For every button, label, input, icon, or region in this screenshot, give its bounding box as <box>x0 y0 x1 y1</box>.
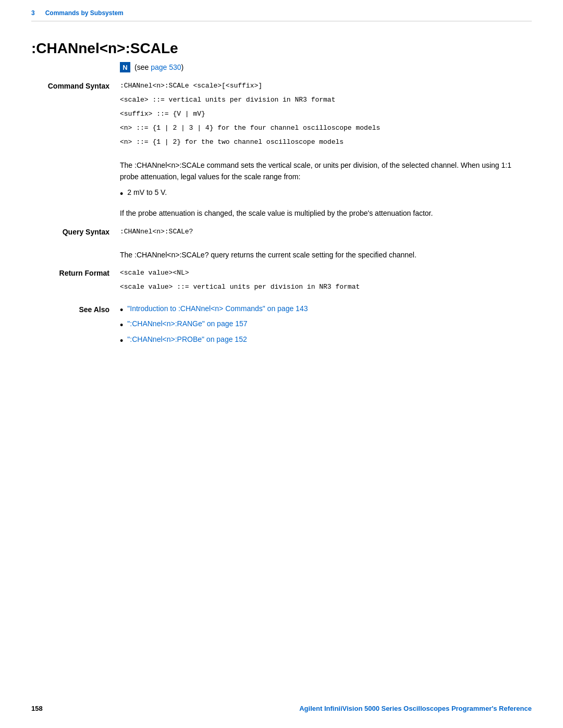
query-prose-row: The :CHANnel<n>:SCALe? query returns the… <box>31 249 532 266</box>
return-format-line2: <scale value> ::= vertical units per div… <box>120 283 532 291</box>
note-page-link[interactable]: page 530 <box>151 63 181 71</box>
see-also-link-2[interactable]: ":CHANnel<n>:RANGe" on page 157 <box>127 319 247 328</box>
query-syntax-row: Query Syntax :CHANnel<n>:SCALe? <box>31 228 532 238</box>
query-prose-label-empty <box>31 249 120 266</box>
bullet-item-scale-range: • 2 mV to 5 V. <box>120 188 532 200</box>
command-prose2-text: If the probe attenuation is changed, the… <box>120 207 532 219</box>
query-prose-body: The :CHANnel<n>:SCALe? query returns the… <box>120 249 532 266</box>
syntax-line3: <suffix> ::= {V | mV} <box>120 110 532 118</box>
page-footer: 158 Agilent InfiniiVision 5000 Series Os… <box>0 705 563 712</box>
see-also-link-3[interactable]: ":CHANnel<n>:PROBe" on page 152 <box>127 335 247 343</box>
bullet-dot: • <box>120 188 123 200</box>
return-format-body: <scale value><NL> <scale value> ::= vert… <box>120 269 532 293</box>
syntax-line2: <scale> ::= vertical units per division … <box>120 96 532 104</box>
command-prose-row: The :CHANnel<n>:SCALe command sets the v… <box>31 159 532 225</box>
return-format-label: Return Format <box>31 269 120 293</box>
chapter-number: 3 <box>31 9 35 17</box>
see-also-body: • "Introduction to :CHANnel<n> Commands"… <box>120 304 532 350</box>
bullet-text: 2 mV to 5 V. <box>127 188 167 196</box>
command-prose-label-empty <box>31 159 120 225</box>
command-prose-text: The :CHANnel<n>:SCALe command sets the v… <box>120 159 532 183</box>
return-format-row: Return Format <scale value><NL> <scale v… <box>31 269 532 293</box>
note-icon: N <box>120 62 130 72</box>
query-syntax-code: :CHANnel<n>:SCALe? <box>120 228 532 236</box>
command-title: :CHANnel<n>:SCALe <box>31 40 563 57</box>
see-also-item-3: • ":CHANnel<n>:PROBe" on page 152 <box>120 335 532 347</box>
see-also-item-1: • "Introduction to :CHANnel<n> Commands"… <box>120 304 532 316</box>
command-syntax-label: Command Syntax <box>31 82 120 148</box>
query-syntax-label: Query Syntax <box>31 228 120 238</box>
command-syntax-body: :CHANnel<n>:SCALe <scale>[<suffix>] <sca… <box>120 82 532 148</box>
syntax-line4: <n> ::= {1 | 2 | 3 | 4} for the four cha… <box>120 124 532 132</box>
query-syntax-body: :CHANnel<n>:SCALe? <box>120 228 532 238</box>
see-also-link-1[interactable]: "Introduction to :CHANnel<n> Commands" o… <box>127 304 308 313</box>
command-prose-body: The :CHANnel<n>:SCALe command sets the v… <box>120 159 532 225</box>
see-also-bullet-2: • <box>120 319 123 331</box>
see-also-item-2: • ":CHANnel<n>:RANGe" on page 157 <box>120 319 532 331</box>
footer-title: Agilent InfiniiVision 5000 Series Oscill… <box>299 705 532 712</box>
command-syntax-row: Command Syntax :CHANnel<n>:SCALe <scale>… <box>31 82 532 148</box>
page-container: 3 Commands by Subsystem :CHANnel<n>:SCAL… <box>0 0 563 728</box>
see-also-bullet-1: • <box>120 304 123 316</box>
see-also-label: See Also <box>31 304 120 314</box>
note-text: (see page 530) <box>134 63 183 71</box>
see-also-row: See Also • "Introduction to :CHANnel<n> … <box>31 304 532 350</box>
breadcrumb-section: Commands by Subsystem <box>45 9 124 17</box>
syntax-line1: :CHANnel<n>:SCALe <scale>[<suffix>] <box>120 82 532 90</box>
query-prose-text: The :CHANnel<n>:SCALe? query returns the… <box>120 249 532 261</box>
breadcrumb: 3 Commands by Subsystem <box>0 0 563 17</box>
footer-page-number: 158 <box>31 705 43 712</box>
return-format-line1: <scale value><NL> <box>120 269 532 277</box>
note-line: N (see page 530) <box>120 62 563 72</box>
syntax-line5: <n> ::= {1 | 2} for the two channel osci… <box>120 138 532 146</box>
see-also-bullet-3: • <box>120 335 123 347</box>
